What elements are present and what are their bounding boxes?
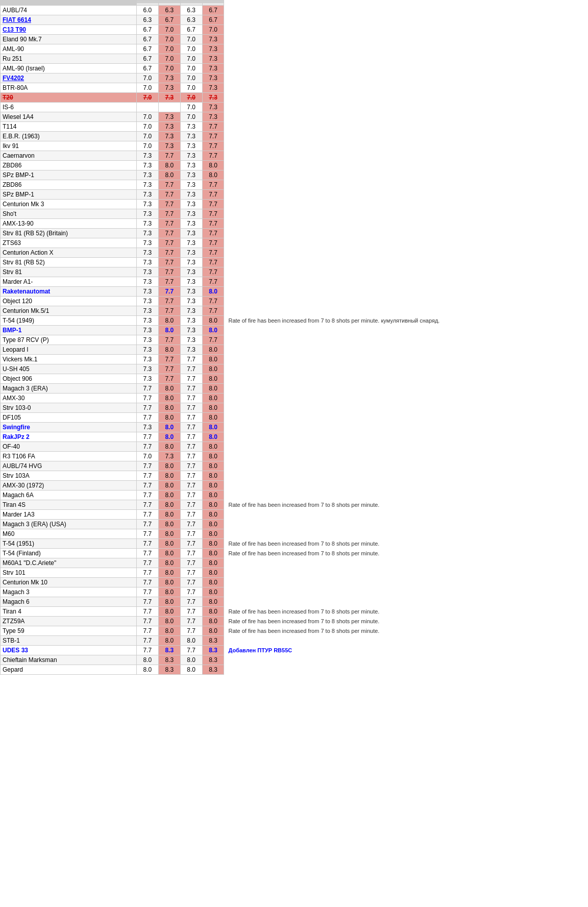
- realistic-was: 7.3: [180, 161, 202, 170]
- realistic-now: 7.7: [202, 277, 224, 287]
- table-row: Magach 3 (ERA)7.78.07.78.0: [1, 384, 588, 394]
- table-row: Gepard8.08.38.08.3: [1, 665, 588, 675]
- row-note: Rate of fire has been increased from 7 t…: [224, 617, 588, 626]
- arcade-was: 7.0: [137, 83, 159, 93]
- vehicle-name: AUBL/74: [1, 6, 137, 15]
- realistic-now: 8.3: [202, 636, 224, 646]
- vehicle-name: T20: [1, 93, 137, 103]
- vehicle-name: SPz BMP-1: [1, 190, 137, 200]
- vehicle-name: Magach 6: [1, 597, 137, 607]
- realistic-was: 7.7: [180, 491, 202, 500]
- arcade-now: 7.7: [158, 335, 180, 345]
- realistic-now: 7.7: [202, 297, 224, 306]
- table-row: Type 597.78.07.78.0Rate of fire has been…: [1, 626, 588, 636]
- row-note: [224, 103, 588, 112]
- arcade-now: 7.0: [158, 64, 180, 73]
- vehicle-name[interactable]: Raketenautomat: [1, 287, 137, 297]
- realistic-now: 7.7: [202, 122, 224, 132]
- arcade-was: 7.7: [137, 384, 159, 394]
- vehicle-name: Centurion Mk.5/1: [1, 306, 137, 316]
- arcade-was: 7.3: [137, 238, 159, 248]
- realistic-was: 7.0: [180, 44, 202, 54]
- realistic-was: 7.7: [180, 394, 202, 403]
- arcade-now: 7.7: [158, 267, 180, 277]
- vehicle-name: Magach 6A: [1, 491, 137, 500]
- table-row: Caernarvon7.37.77.37.7: [1, 151, 588, 161]
- realistic-now: 8.0: [202, 481, 224, 491]
- table-row: Tiran 4S7.78.07.78.0Rate of fire has bee…: [1, 500, 588, 510]
- table-row: Strv 1017.78.07.78.0: [1, 568, 588, 578]
- vehicle-name: AUBL/74 HVG: [1, 461, 137, 471]
- row-note: [224, 597, 588, 607]
- arcade-now: [158, 103, 180, 112]
- realistic-now: 7.3: [202, 44, 224, 54]
- arcade-now: 7.7: [158, 180, 180, 190]
- vehicle-name: Leopard I: [1, 345, 137, 355]
- arcade-now: 8.0: [158, 413, 180, 423]
- vehicle-name[interactable]: Swingfire: [1, 423, 137, 432]
- realistic-now: 7.7: [202, 238, 224, 248]
- row-note: [224, 636, 588, 646]
- realistic-was: 7.3: [180, 229, 202, 238]
- realistic-now: 8.0: [202, 423, 224, 432]
- realistic-was: 7.3: [180, 335, 202, 345]
- arcade-was: 7.0: [137, 73, 159, 83]
- realistic-now: 7.7: [202, 306, 224, 316]
- row-note: Rate of fire has been increased from 7 t…: [224, 316, 588, 326]
- row-note: [224, 258, 588, 267]
- arcade-was: 7.0: [137, 112, 159, 122]
- arcade-was: 7.3: [137, 180, 159, 190]
- vehicle-name[interactable]: UDES 33: [1, 646, 137, 655]
- realistic-now: 7.3: [202, 112, 224, 122]
- arcade-now: 7.7: [158, 277, 180, 287]
- vehicle-name[interactable]: FV4202: [1, 73, 137, 83]
- arcade-now: 8.3: [158, 646, 180, 655]
- arcade-was: 7.7: [137, 568, 159, 578]
- arcade-was: 7.3: [137, 345, 159, 355]
- vehicle-name[interactable]: FIAT 6614: [1, 15, 137, 25]
- row-note: [224, 248, 588, 258]
- table-row: M607.78.07.78.0: [1, 529, 588, 539]
- row-note: [224, 403, 588, 413]
- realistic-was: 7.3: [180, 306, 202, 316]
- arcade-was: 7.3: [137, 335, 159, 345]
- realistic-was: 7.7: [180, 374, 202, 384]
- table-row: Tiran 47.78.07.78.0Rate of fire has been…: [1, 607, 588, 617]
- arcade-now: 8.0: [158, 461, 180, 471]
- table-row: Ikv 917.07.37.37.7: [1, 141, 588, 151]
- arcade-was: 7.0: [137, 452, 159, 461]
- arcade-now: 8.0: [158, 384, 180, 394]
- arcade-was: 7.7: [137, 539, 159, 549]
- vehicle-name: Magach 3: [1, 587, 137, 597]
- arcade-now: 8.0: [158, 617, 180, 626]
- vehicle-name: Ru 251: [1, 54, 137, 64]
- arcade-now: 8.0: [158, 510, 180, 520]
- realistic-was: 7.7: [180, 413, 202, 423]
- arcade-now: 7.7: [158, 258, 180, 267]
- vehicle-name[interactable]: RakJPz 2: [1, 432, 137, 442]
- table-row: Wiesel 1A47.07.37.07.3: [1, 112, 588, 122]
- arcade-was: 7.3: [137, 267, 159, 277]
- row-note: [224, 122, 588, 132]
- vehicle-name[interactable]: BMP-1: [1, 326, 137, 335]
- row-note: [224, 394, 588, 403]
- vehicle-name: ZTZ59A: [1, 617, 137, 626]
- realistic-now: 6.7: [202, 15, 224, 25]
- vehicle-name: Marder A1-: [1, 277, 137, 287]
- vehicle-name: Vickers Mk.1: [1, 355, 137, 364]
- realistic-was: 7.0: [180, 103, 202, 112]
- vehicle-name: SPz BMP-1: [1, 170, 137, 180]
- row-note: [224, 510, 588, 520]
- realistic-now: 8.0: [202, 452, 224, 461]
- table-row: Strv 103-07.78.07.78.0: [1, 403, 588, 413]
- vehicle-name: Strv 81 (RB 52): [1, 258, 137, 267]
- realistic-now: 6.7: [202, 6, 224, 15]
- realistic-was: 7.7: [180, 597, 202, 607]
- arcade-now: 8.0: [158, 558, 180, 568]
- arcade-now: 8.0: [158, 471, 180, 481]
- vehicle-name: E.B.R. (1963): [1, 132, 137, 141]
- vehicle-name[interactable]: C13 T90: [1, 25, 137, 35]
- row-note: [224, 297, 588, 306]
- realistic-was: 7.3: [180, 248, 202, 258]
- arcade-now: 8.0: [158, 607, 180, 617]
